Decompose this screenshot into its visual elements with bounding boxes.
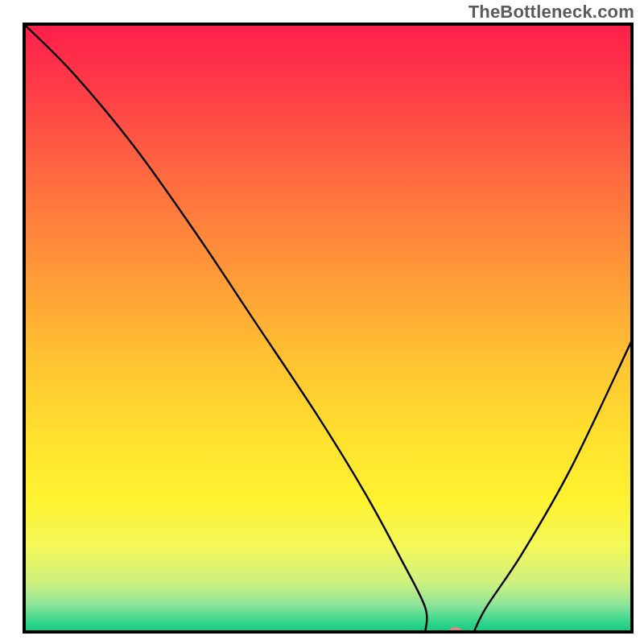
plot-area: [24, 24, 632, 635]
chart-container: { "attribution": "TheBottleneck.com", "f…: [0, 0, 644, 644]
bottleneck-chart: [0, 0, 644, 644]
gradient-background: [24, 24, 632, 632]
